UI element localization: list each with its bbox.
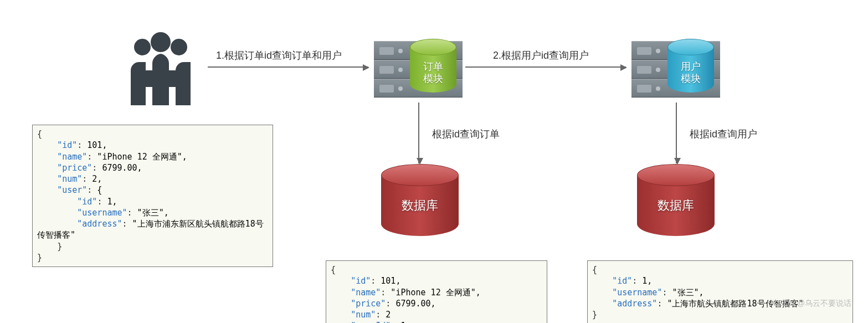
arrow-step-2-label: 2.根据用户id查询用户 (493, 49, 589, 62)
arrow-order-db (418, 102, 419, 163)
user-database-label: 数据库 (637, 197, 715, 214)
order-database-label: 数据库 (381, 197, 459, 214)
user-module-icon: 用户模块 (667, 44, 714, 96)
arrow-order-db-label: 根据id查询订单 (432, 127, 500, 141)
svg-rect-3 (131, 70, 191, 87)
user-json-box: { "id": 1, "username": "张三", "address": … (587, 260, 853, 323)
arrow-user-db (676, 102, 677, 163)
order-database-icon: 数据库 (381, 172, 459, 240)
watermark-text: CSDN @乌云不要说话 (773, 299, 851, 309)
arrow-step-1-label: 1.根据订单id查询订单和用户 (216, 49, 342, 62)
user-module-line2: 模块 (681, 73, 701, 84)
svg-point-2 (171, 39, 187, 55)
order-module-line2: 模块 (423, 73, 443, 84)
order-module-line1: 订单 (423, 61, 443, 72)
arrow-step-2 (465, 66, 626, 68)
arrow-step-1 (208, 66, 368, 68)
merged-json-box: { "id": 101, "name": "iPhone 12 全网通", "p… (32, 125, 273, 267)
arrow-user-db-label: 根据id查询用户 (690, 127, 757, 141)
svg-point-0 (134, 39, 151, 55)
order-json-box: { "id": 101, "name": "iPhone 12 全网通", "p… (326, 260, 547, 323)
user-module-line1: 用户 (681, 61, 701, 72)
order-module-icon: 订单模块 (410, 44, 456, 96)
svg-point-1 (151, 32, 171, 52)
users-icon (119, 28, 202, 116)
user-database-icon: 数据库 (637, 172, 715, 240)
